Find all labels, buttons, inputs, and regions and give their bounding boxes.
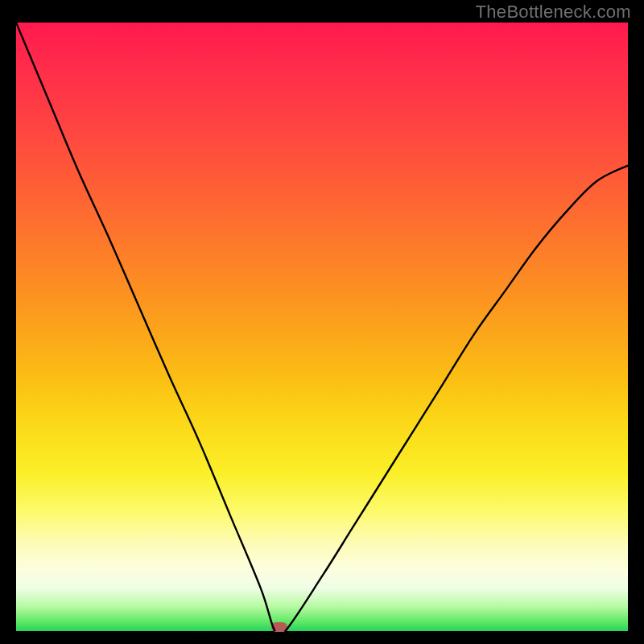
watermark-text: TheBottleneck.com <box>476 2 631 23</box>
chart-frame: TheBottleneck.com <box>0 0 644 644</box>
plot-area <box>16 23 628 631</box>
bottleneck-curve <box>16 23 628 631</box>
